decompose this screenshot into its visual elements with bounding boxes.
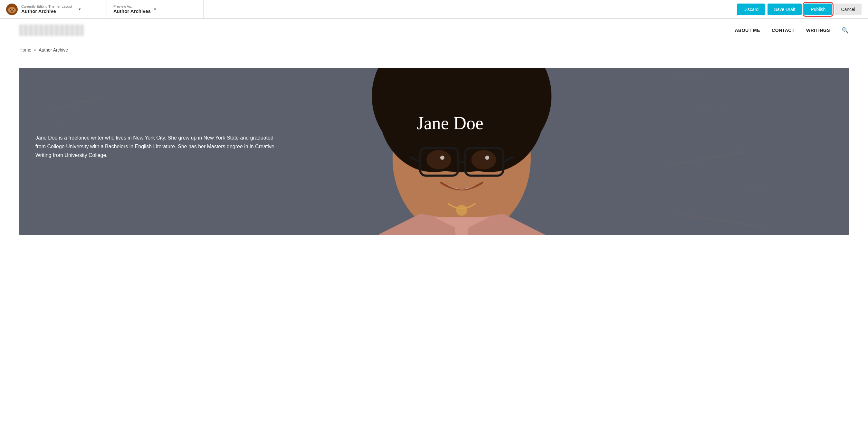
breadcrumb-home[interactable]: Home bbox=[19, 47, 31, 53]
site-logo-blurred bbox=[19, 25, 84, 36]
preview-label: Preview As: bbox=[113, 4, 151, 8]
preview-dropdown-icon[interactable]: ▾ bbox=[154, 7, 156, 11]
save-draft-button[interactable]: Save Draft bbox=[768, 4, 802, 15]
breadcrumb-separator: » bbox=[34, 48, 36, 52]
toolbar-logo-section: Currently Editing Themer Layout Author A… bbox=[4, 0, 107, 18]
cancel-button[interactable]: Cancel bbox=[835, 4, 862, 15]
site-logo-area bbox=[19, 25, 84, 36]
hero-content: Jane Doe Jane Doe is a freelance writer … bbox=[19, 68, 849, 189]
editing-label: Currently Editing Themer Layout bbox=[21, 4, 72, 8]
editing-title: Author Archive bbox=[21, 8, 72, 14]
site-header: ABOUT ME CONTACT WRITINGS 🔍 bbox=[0, 19, 868, 42]
breadcrumb: Home » Author Archive bbox=[19, 47, 849, 53]
breadcrumb-current: Author Archive bbox=[39, 47, 68, 53]
hero-section: 2x+y= f(x)=ax² ∫dx y=mx+b Δ=b²-4ac k=1/n bbox=[19, 68, 849, 235]
hero-name: Jane Doe bbox=[68, 113, 833, 134]
nav-item-about-me[interactable]: ABOUT ME bbox=[735, 28, 760, 33]
hero-bio: Jane Doe is a freelance writer who lives… bbox=[35, 134, 280, 170]
svg-point-4 bbox=[10, 9, 11, 10]
site-nav: ABOUT ME CONTACT WRITINGS 🔍 bbox=[735, 27, 849, 34]
svg-point-6 bbox=[11, 10, 13, 11]
preview-inner: Preview As: Author Archives bbox=[113, 4, 151, 14]
preview-section[interactable]: Preview As: Author Archives ▾ bbox=[107, 0, 204, 18]
discard-button[interactable]: Discard bbox=[737, 4, 765, 15]
editing-dropdown-icon[interactable]: ▾ bbox=[79, 7, 81, 11]
toolbar: Currently Editing Themer Layout Author A… bbox=[0, 0, 868, 19]
editing-info: Currently Editing Themer Layout Author A… bbox=[21, 4, 72, 14]
preview-value: Author Archives bbox=[113, 8, 151, 14]
breadcrumb-bar: Home » Author Archive bbox=[0, 42, 868, 58]
search-icon[interactable]: 🔍 bbox=[842, 27, 849, 34]
publish-button[interactable]: Publish bbox=[804, 4, 832, 15]
toolbar-actions: Discard Save Draft Publish Cancel bbox=[737, 4, 864, 15]
nav-item-writings[interactable]: WRITINGS bbox=[806, 28, 830, 33]
nav-item-contact[interactable]: CONTACT bbox=[772, 28, 795, 33]
svg-point-36 bbox=[456, 205, 467, 215]
svg-point-5 bbox=[13, 9, 14, 10]
app-logo-icon bbox=[6, 3, 18, 16]
